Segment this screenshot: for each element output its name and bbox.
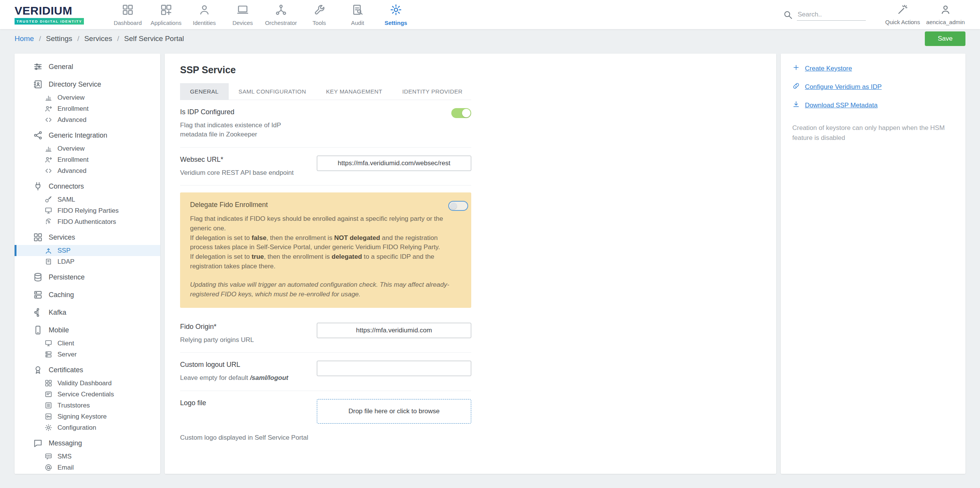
- topnav-item-devices[interactable]: Devices: [223, 3, 262, 26]
- sidebar-item-overview[interactable]: Overview: [15, 143, 160, 154]
- sidebar-item-generic-integration[interactable]: Generic Integration: [15, 128, 160, 143]
- save-button[interactable]: Save: [925, 31, 965, 46]
- sidebar-item-caching[interactable]: Caching: [15, 287, 160, 302]
- breadcrumb-item-services[interactable]: Services: [84, 35, 112, 43]
- enrollment-icon: [44, 156, 52, 164]
- identities-icon: [198, 3, 211, 18]
- brand-name: VERIDIUM: [15, 5, 84, 16]
- custom-logout-input[interactable]: [317, 361, 471, 376]
- sidebar-item-kafka[interactable]: Kafka: [15, 305, 160, 320]
- actions-list: Create KeystoreConfigure Veridium as IDP…: [792, 64, 954, 110]
- sidebar-item-label: Truststores: [57, 402, 90, 409]
- audit-icon: [351, 3, 364, 18]
- topnav-item-settings[interactable]: Settings: [377, 3, 415, 26]
- sidebar-item-fido-authenticators[interactable]: FIDO Authenticators: [15, 216, 160, 227]
- sidebar-item-messaging[interactable]: Messaging: [15, 435, 160, 451]
- main-panel: SSP Service GENERALSAML CONFIGURATIONKEY…: [165, 54, 776, 474]
- sidebar-item-mobile[interactable]: Mobile: [15, 322, 160, 338]
- topnav-item-applications[interactable]: Applications: [147, 3, 185, 26]
- settings-icon: [390, 3, 402, 18]
- sidebar-item-configuration[interactable]: Configuration: [15, 422, 160, 433]
- configure-veridium-as-idp-link[interactable]: Configure Veridium as IDP: [792, 82, 954, 92]
- sidebar-item-email[interactable]: Email: [15, 462, 160, 473]
- is-idp-configured-label: Is IDP Configured: [180, 108, 305, 116]
- brand-logo[interactable]: VERIDIUM TRUSTED DIGITAL IDENTITY: [15, 5, 84, 25]
- plus-icon: [792, 64, 800, 73]
- sidebar-item-server[interactable]: Server: [15, 349, 160, 360]
- breadcrumb: Home/Settings/Services/Self Service Port…: [15, 35, 184, 43]
- tab-identity-provider[interactable]: IDENTITY PROVIDER: [392, 83, 472, 100]
- sidebar-item-enrollment[interactable]: Enrollment: [15, 154, 160, 165]
- sidebar-item-label: Server: [57, 351, 77, 358]
- delegate-fido-note: Updating this value will trigger an auto…: [190, 280, 461, 299]
- settings-sidebar: GeneralDirectory ServiceOverviewEnrollme…: [15, 54, 160, 474]
- gear-icon: [44, 424, 52, 432]
- sidebar-item-label: FIDO Relying Parties: [57, 207, 119, 215]
- sidebar-item-client[interactable]: Client: [15, 338, 160, 349]
- sidebar-item-saml[interactable]: SAML: [15, 194, 160, 205]
- delegate-fido-toggle[interactable]: [448, 201, 468, 211]
- sidebar-item-fido-relying-parties[interactable]: FIDO Relying Parties: [15, 205, 160, 216]
- tab-key-management[interactable]: KEY MANAGEMENT: [316, 83, 392, 100]
- sidebar-item-connectors[interactable]: Connectors: [15, 179, 160, 194]
- custom-logout-label: Custom logout URL: [180, 361, 305, 369]
- user-menu[interactable]: aencica_admin: [924, 4, 967, 25]
- idp-configured-toggle[interactable]: [451, 108, 471, 118]
- email-icon: [44, 463, 52, 472]
- tools-icon: [313, 3, 326, 18]
- topnav-item-orchestrator[interactable]: Orchestrator: [262, 3, 300, 26]
- sidebar-item-ssp[interactable]: SSP: [15, 245, 160, 256]
- topnav-item-label: Identities: [193, 20, 216, 26]
- topnav-item-dashboard[interactable]: Dashboard: [108, 3, 147, 26]
- topnav-item-label: Settings: [385, 20, 407, 26]
- code-icon: [44, 116, 52, 124]
- topnav-item-tools[interactable]: Tools: [300, 3, 338, 26]
- sidebar-item-ldap[interactable]: LDAP: [15, 256, 160, 267]
- tab-general[interactable]: GENERAL: [180, 83, 229, 100]
- sidebar-item-validity-dashboard[interactable]: Validity Dashboard: [15, 378, 160, 389]
- addressbook-icon: [33, 79, 43, 89]
- content-area: GeneralDirectory ServiceOverviewEnrollme…: [0, 48, 980, 474]
- sidebar-item-signing-keystore[interactable]: Signing Keystore: [15, 411, 160, 422]
- quick-actions-button[interactable]: Quick Actions: [881, 4, 924, 25]
- sidebar-item-enrollment[interactable]: Enrollment: [15, 103, 160, 114]
- top-navbar: VERIDIUM TRUSTED DIGITAL IDENTITY Dashbo…: [0, 0, 980, 29]
- grid-icon: [33, 232, 43, 242]
- database-icon: [33, 272, 43, 282]
- download-ssp-metadata-link[interactable]: Download SSP Metadata: [792, 100, 954, 110]
- websec-url-input[interactable]: [317, 156, 471, 171]
- sidebar-item-services[interactable]: Services: [15, 230, 160, 245]
- truststore-icon: [44, 401, 52, 409]
- topnav-item-audit[interactable]: Audit: [338, 3, 377, 26]
- sidebar-item-directory-service[interactable]: Directory Service: [15, 77, 160, 92]
- breadcrumb-item-settings[interactable]: Settings: [46, 35, 72, 43]
- topnav-item-label: Dashboard: [114, 20, 142, 26]
- messaging-icon: [33, 438, 43, 448]
- sidebar-item-persistence[interactable]: Persistence: [15, 269, 160, 285]
- breadcrumb-item-home[interactable]: Home: [15, 35, 34, 43]
- username: aencica_admin: [926, 19, 965, 25]
- sidebar-item-advanced[interactable]: Advanced: [15, 114, 160, 125]
- search-input[interactable]: [797, 9, 866, 21]
- topnav-item-identities[interactable]: Identities: [185, 3, 223, 26]
- sidebar-item-label: Overview: [57, 145, 85, 153]
- fido-origin-description: Relying party origins URL: [180, 335, 305, 345]
- page-title: SSP Service: [180, 64, 761, 76]
- keystore-icon: [44, 412, 52, 421]
- sidebar-item-certificates[interactable]: Certificates: [15, 362, 160, 378]
- sidebar-item-overview[interactable]: Overview: [15, 92, 160, 103]
- sidebar-item-label: Connectors: [49, 182, 84, 191]
- tab-saml-configuration[interactable]: SAML CONFIGURATION: [229, 83, 316, 100]
- sidebar-item-label: SAML: [57, 196, 75, 204]
- sidebar-item-advanced[interactable]: Advanced: [15, 165, 160, 176]
- create-keystore-link[interactable]: Create Keystore: [792, 64, 954, 73]
- fido-origin-input[interactable]: [317, 323, 471, 338]
- sidebar-item-truststores[interactable]: Truststores: [15, 400, 160, 411]
- field-logo-file: Logo file Drop file here or click to bro…: [180, 391, 471, 432]
- sidebar-item-service-credentials[interactable]: Service Credentials: [15, 389, 160, 400]
- chart-icon: [44, 145, 52, 153]
- sidebar-item-general[interactable]: General: [15, 59, 160, 74]
- search-icon: [783, 10, 793, 20]
- sidebar-item-sms[interactable]: SMS: [15, 451, 160, 462]
- logo-dropzone[interactable]: Drop file here or click to browse: [317, 399, 471, 424]
